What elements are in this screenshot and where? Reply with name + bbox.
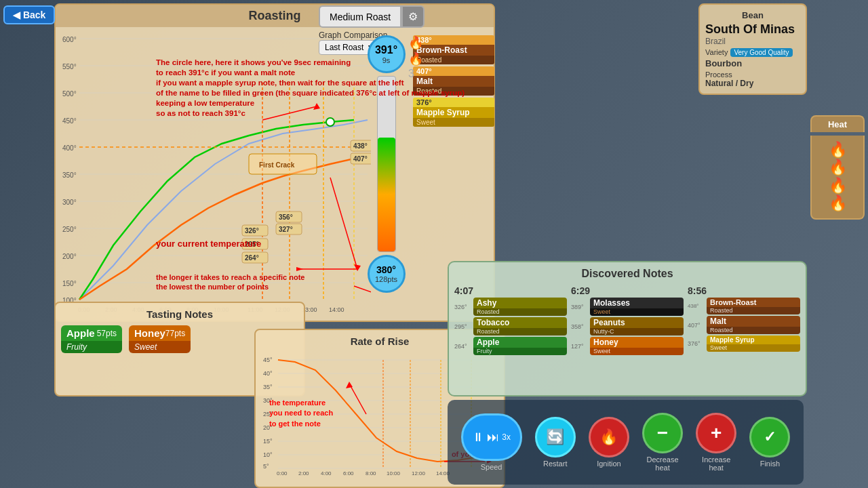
disc-tag-peanuts-type: Nutty-C [590,328,684,336]
temp-bottom-display: 380° 128pts [368,255,406,293]
disc-tag-peanuts-name: Peanuts [590,317,684,328]
tasting-tag-honey-pts: 77pts [165,329,185,338]
heat-drop-3: 🔥 [815,177,860,195]
roast-type-button[interactable]: Medium Roast [319,5,401,28]
tasting-tag-apple: Apple 57pts Fruity [61,325,122,353]
disc-tag-brown-roast-name: Brown-Roast [707,298,800,307]
ignition-control[interactable]: 🔥 Ignition [589,417,629,468]
temp-pts-label: 128pts [375,275,397,283]
speed-control[interactable]: ⏸ ⏭ 3x Speed [461,413,522,471]
disc-temp-ashy: 326° [454,304,472,310]
increase-heat-button[interactable]: + [696,413,736,453]
tasting-tag-apple-header: Apple 57pts [61,325,122,341]
disc-temp-molasses: 389° [571,304,589,310]
disc-temp-brown-roast: 438° [688,303,705,309]
disc-tag-apple-name: Apple [473,337,567,348]
disc-note-tobacco: 295° Tobacco Roasted [454,317,567,336]
disc-temp-honey: 127° [571,343,589,350]
svg-text:8:00: 8:00 [366,470,376,475]
tasting-tag-apple-pts: 57pts [97,329,117,338]
svg-marker-56 [354,264,361,271]
disc-tag-peanuts: Peanuts Nutty-C [590,317,684,336]
tasting-notes-title: Tasting Notes [61,308,298,320]
ignition-button[interactable]: 🔥 [589,417,629,458]
svg-text:450°: 450° [62,117,77,125]
svg-text:326°: 326° [245,227,259,235]
svg-text:10°: 10° [263,451,273,458]
svg-text:First Crack: First Crack [259,161,295,169]
tasting-tag-honey-name: Honey [134,327,165,339]
increase-heat-control[interactable]: + Increaseheat [696,413,736,472]
svg-text:250°: 250° [62,226,77,233]
speed-button[interactable]: ⏸ ⏭ 3x [461,413,522,461]
disc-tag-apple: Apple Fruity [473,337,567,355]
svg-text:10:00: 10:00 [387,470,401,475]
finish-control[interactable]: ✓ Finish [749,417,790,468]
disc-tag-brown-roast-type: Roasted [707,307,800,314]
ignition-label: Ignition [597,460,620,468]
disc-note-molasses: 389° Molasses Sweet [571,298,684,316]
restart-button[interactable]: 🔄 [535,417,576,458]
restart-control[interactable]: 🔄 Restart [535,417,576,468]
bean-country: Brazil [705,37,800,46]
svg-text:5°: 5° [263,463,269,470]
disc-note-brown-roast: 438° Brown-Roast Roasted [688,298,800,314]
decrease-heat-button[interactable]: − [642,413,683,453]
bean-panel-title: Bean [705,10,800,20]
disc-note-peanuts: 358° Peanuts Nutty-C [571,317,684,336]
disc-time-3: 8:56 [688,285,800,296]
svg-text:40°: 40° [263,370,273,377]
svg-text:0:00: 0:00 [277,470,288,475]
temp-bottom-value: 380° [376,264,396,275]
discovered-notes-title: Discovered Notes [454,268,800,280]
roast-settings-icon[interactable]: ⚙ [401,5,425,28]
disc-tag-honey-type: Sweet [590,348,684,355]
ignition-icon: 🔥 [599,428,618,446]
disc-note-mapple: 376° Mapple Syrup Sweet [688,336,800,352]
svg-text:12:00: 12:00 [412,470,426,475]
svg-text:500°: 500° [62,90,77,98]
svg-text:300°: 300° [62,199,77,206]
discovered-group-3: 8:56 438° Brown-Roast Roasted 407° Malt … [688,285,800,357]
disc-temp-tobacco: 295° [454,323,472,330]
speed-label: Speed [481,463,502,471]
svg-text:550°: 550° [62,63,77,70]
svg-text:200°: 200° [62,253,77,260]
svg-text:2:00: 2:00 [298,470,309,475]
finish-label: Finish [760,460,780,468]
disc-tag-mapple: Mapple Syrup Sweet [707,336,800,352]
svg-text:6:00: 6:00 [343,470,354,475]
disc-time-1: 4:07 [454,285,567,296]
disc-temp-peanuts: 358° [571,323,589,330]
disc-tag-ashy-type: Roasted [473,308,567,316]
tasting-tag-honey-sub: Sweet [129,341,191,353]
finish-button[interactable]: ✓ [749,417,790,458]
disc-temp-apple: 264° [454,343,472,350]
svg-text:264°: 264° [245,254,259,262]
roasting-panel: Roasting 600° 550° 500° 450° 400° 350° 3… [54,3,495,322]
bean-variety: Bourbon [705,58,800,68]
roast-selector-area: Medium Roast ⚙ [319,5,425,28]
disc-tag-molasses-name: Molasses [590,298,684,308]
disc-tag-mapple-type: Sweet [707,344,800,352]
heat-label: Heat [810,115,865,132]
back-button[interactable]: ◀ Back [3,5,55,24]
roasting-title: Roasting [56,5,494,27]
heat-drop-4: 🔥 [815,195,860,212]
svg-text:356°: 356° [279,214,293,221]
bean-panel: Bean South Of Minas Brazil Variety Very … [698,3,807,95]
svg-text:327°: 327° [279,226,293,233]
disc-tag-tobacco: Tobacco Roasted [473,317,567,336]
disc-temp-mapple: 376° [688,340,705,347]
svg-text:4:00: 4:00 [321,470,332,475]
disc-tag-malt-type: Roasted [707,327,800,334]
bean-variety-row: Variety Very Good Quality [705,48,800,57]
speed-value: 3x [502,432,511,442]
disc-note-apple: 264° Apple Fruity [454,337,567,355]
process-label: Process [705,70,732,79]
decrease-heat-control[interactable]: − Decreaseheat [642,413,683,472]
disc-tag-mapple-name: Mapple Syrup [707,336,800,344]
disc-note-malt: 407° Malt Roasted [688,316,800,334]
disc-temp-malt: 407° [688,322,705,329]
disc-tag-brown-roast: Brown-Roast Roasted [707,298,800,314]
